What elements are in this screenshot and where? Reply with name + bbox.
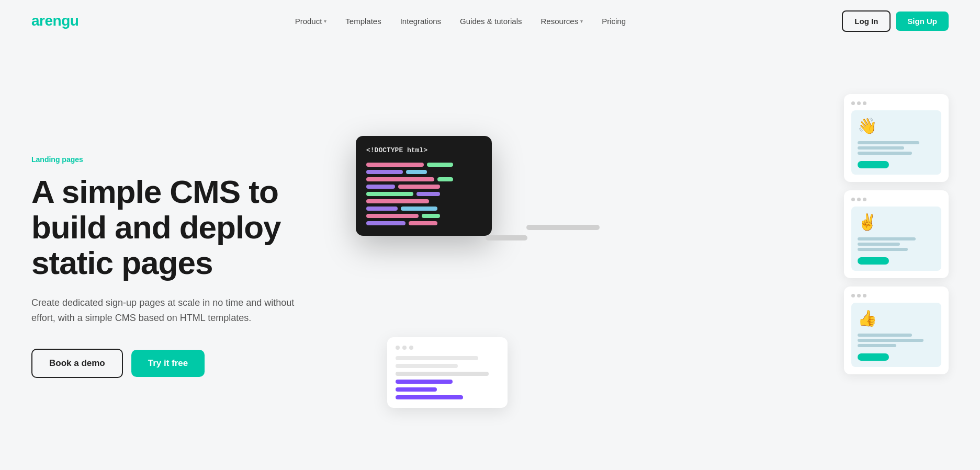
template-line <box>858 334 912 337</box>
nav-item-pricing[interactable]: Pricing <box>593 13 634 30</box>
template-line <box>858 146 904 150</box>
code-bar <box>366 221 405 225</box>
template-cta-btn <box>858 257 889 265</box>
dot <box>863 198 866 201</box>
connector-bar-h <box>526 225 600 230</box>
template-card-inner: 👍 <box>851 303 941 367</box>
dot <box>863 101 866 105</box>
template-emoji: 👍 <box>858 309 877 327</box>
code-bar <box>427 163 453 167</box>
template-line <box>858 152 912 155</box>
dot <box>857 294 861 297</box>
template-text-lines <box>858 141 935 155</box>
form-line <box>396 364 458 368</box>
dot <box>857 198 861 201</box>
template-line <box>858 248 908 251</box>
dot <box>851 294 855 297</box>
code-preview-card: <!DOCTYPE html> <box>356 136 492 236</box>
window-dots <box>396 346 499 350</box>
connector-bar <box>486 235 527 240</box>
template-line <box>858 141 919 144</box>
signup-button[interactable]: Sign Up <box>896 12 949 31</box>
chevron-down-icon: ▾ <box>324 18 326 24</box>
nav-item-resources[interactable]: Resources ▾ <box>532 13 591 30</box>
template-card-inner: 👋 <box>851 110 941 175</box>
nav-item-product[interactable]: Product ▾ <box>287 13 335 30</box>
logo[interactable]: arengu <box>31 13 78 29</box>
template-line <box>858 339 923 342</box>
code-bar <box>366 214 419 218</box>
code-line <box>366 207 481 211</box>
template-cta-btn <box>858 353 889 361</box>
code-line <box>366 192 481 196</box>
form-line <box>396 372 489 376</box>
hero-buttons: Book a demo Try it free <box>31 349 335 378</box>
code-bar <box>398 185 440 189</box>
login-button[interactable]: Log In <box>842 10 891 32</box>
template-cta-btn <box>858 161 889 168</box>
code-line <box>366 185 481 189</box>
nav-item-guides[interactable]: Guides & tutorials <box>452 13 530 30</box>
code-bar <box>366 177 434 181</box>
code-line <box>366 199 481 203</box>
chevron-down-icon: ▾ <box>580 18 583 24</box>
code-bar <box>406 170 427 174</box>
window-dots <box>851 101 941 105</box>
template-card-3: 👍 <box>844 286 949 374</box>
code-line <box>366 214 481 218</box>
form-line-accent <box>396 395 463 399</box>
code-line <box>366 170 481 174</box>
template-card-inner: ✌️ <box>851 207 941 271</box>
book-demo-button[interactable]: Book a demo <box>31 349 123 378</box>
dot <box>863 294 866 297</box>
code-bar <box>422 214 440 218</box>
template-text-lines <box>858 237 935 251</box>
hero-title: A simple CMS to build and deploy static … <box>31 174 335 281</box>
dot <box>396 346 400 350</box>
nav-links: Product ▾ Templates Integrations Guides … <box>287 13 634 30</box>
nav-item-integrations[interactable]: Integrations <box>392 13 449 30</box>
form-line-accent <box>396 380 453 384</box>
template-line <box>858 237 916 240</box>
hero-visual: <!DOCTYPE html> <box>356 84 949 450</box>
template-card-1: 👋 <box>844 94 949 182</box>
code-line <box>366 177 481 181</box>
form-line-accent <box>396 387 437 392</box>
code-line <box>366 163 481 167</box>
form-lines <box>396 356 499 399</box>
code-card-title: <!DOCTYPE html> <box>366 146 481 154</box>
form-preview-card <box>387 337 508 408</box>
form-line <box>396 356 478 360</box>
nav-actions: Log In Sign Up <box>842 10 949 32</box>
code-bar <box>437 177 453 181</box>
code-bar <box>401 207 437 211</box>
code-bar <box>409 221 437 225</box>
hero-content: Landing pages A simple CMS to build and … <box>31 155 335 378</box>
code-bar <box>416 192 440 196</box>
code-lines <box>366 163 481 225</box>
hero-section: Landing pages A simple CMS to build and … <box>0 42 980 470</box>
try-free-button[interactable]: Try it free <box>131 350 205 377</box>
dot <box>402 346 407 350</box>
code-bar <box>366 185 395 189</box>
dot <box>851 198 855 201</box>
dot <box>851 101 855 105</box>
navigation: arengu Product ▾ Templates Integrations … <box>0 0 980 42</box>
code-bar <box>366 192 413 196</box>
dot <box>857 101 861 105</box>
window-dots <box>851 198 941 201</box>
template-emoji: 👋 <box>858 117 877 135</box>
template-card-2: ✌️ <box>844 190 949 278</box>
right-panel-cards: 👋 ✌️ <box>844 94 949 374</box>
hero-subtitle: Create dedicated sign-up pages at scale … <box>31 295 303 326</box>
code-bar <box>366 163 424 167</box>
nav-item-templates[interactable]: Templates <box>337 13 389 30</box>
code-bar <box>366 207 398 211</box>
code-bar <box>366 170 403 174</box>
template-text-lines <box>858 334 935 347</box>
template-line <box>858 344 896 347</box>
template-line <box>858 243 900 246</box>
dot <box>409 346 413 350</box>
code-line <box>366 221 481 225</box>
code-bar <box>366 199 429 203</box>
